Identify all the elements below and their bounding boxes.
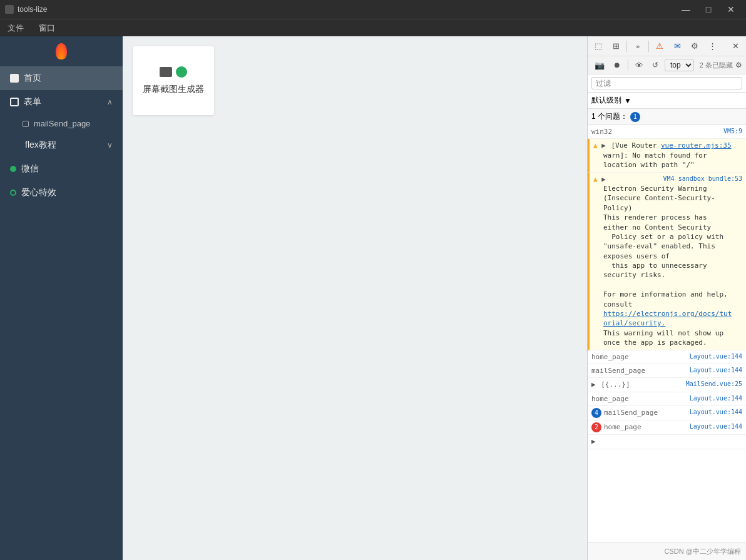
log-entry-home2: home_page Layout.vue:144 — [588, 392, 746, 406]
content-area: 屏幕截图生成器 — [123, 36, 587, 560]
expand-obj-icon[interactable]: ▶ — [591, 380, 596, 389]
settings-button[interactable]: ⚙ — [687, 39, 703, 53]
sidebar-item-mailsend[interactable]: mailSend_page — [0, 114, 123, 133]
log-text-mail2: mailSend_page — [604, 408, 658, 417]
form-icon — [10, 98, 19, 106]
wechat-icon — [10, 166, 16, 172]
log-source-obj[interactable]: MailSend.vue:25 — [686, 380, 742, 389]
record-button[interactable]: ⏺ — [610, 58, 624, 72]
mailsend-icon — [23, 121, 29, 127]
maximize-button[interactable]: □ — [698, 0, 718, 19]
device-button[interactable]: ⊞ — [608, 39, 624, 53]
close-button[interactable]: ✕ — [721, 0, 741, 19]
log-source-home1[interactable]: Layout.vue:144 — [690, 352, 742, 361]
issues-badge: 1 — [630, 112, 640, 122]
sidebar-item-love-label: 爱心特效 — [21, 187, 56, 198]
log-entry-home1: home_page Layout.vue:144 — [588, 350, 746, 364]
footer-text: CSDN @中二少年学编程 — [665, 547, 741, 555]
log-body-vue: warn]: No match found for location with … — [593, 151, 742, 170]
card-rect-icon — [160, 67, 172, 77]
flame-icon — [56, 43, 67, 59]
log-source-mail2[interactable]: Layout.vue:144 — [690, 408, 742, 417]
mail2-badge: 4 — [591, 408, 601, 418]
log-source-home2[interactable]: Layout.vue:144 — [690, 394, 742, 403]
log-text-home1: home_page — [591, 352, 629, 362]
issues-row: 1 个问题： 1 — [588, 109, 746, 125]
refresh-button[interactable]: ↺ — [648, 58, 662, 72]
dots-button[interactable]: ⋮ — [704, 39, 720, 53]
log-text-home3: home_page — [604, 422, 641, 432]
devtools-toolbar: ⬚ ⊞ » ⚠ ✉ ⚙ ⋮ ✕ — [588, 36, 746, 56]
electron-link[interactable]: https://electronjs.org/docs/tut orial/se… — [603, 310, 732, 327]
toolbar2-separator — [628, 59, 628, 71]
log-text-mail1: mailSend_page — [591, 366, 645, 375]
filter-input[interactable] — [591, 77, 742, 89]
window-controls: — □ ✕ — [676, 0, 741, 19]
card-label: 屏幕截图生成器 — [143, 83, 204, 96]
inspect-button[interactable]: ⬚ — [590, 39, 606, 53]
devtools-toolbar2: 📷 ⏺ 👁 ↺ top 2 条已隐藏 ⚙ — [588, 56, 746, 74]
app-title: tools-lize — [18, 5, 47, 14]
log-text-home2: home_page — [591, 394, 629, 404]
expand-arrow-icon[interactable]: ▶ — [591, 437, 596, 445]
title-bar-left: tools-lize — [5, 5, 47, 14]
screenshot-card[interactable]: 屏幕截图生成器 — [133, 46, 214, 115]
screenshot-button[interactable]: 📷 — [591, 58, 608, 72]
log-entry-mail1: mailSend_page Layout.vue:144 — [588, 364, 746, 378]
sidebar-item-home-label: 首页 — [24, 73, 41, 84]
log-text-vue: [Vue Router vue-router.mjs:35 — [611, 141, 732, 150]
log-source-mail1[interactable]: Layout.vue:144 — [690, 366, 742, 375]
minimize-button[interactable]: — — [676, 0, 696, 19]
sidebar-item-form-label: 表单 — [24, 96, 41, 108]
app-body: 首页 表单 ∧ mailSend_page flex教程 ∨ 微信 爱心特效 — [0, 36, 746, 560]
app-icon — [5, 5, 14, 14]
devtools-log: win32 VM5:9 ▲ ▶ [Vue Router vue-router.m… — [588, 125, 746, 542]
log-source-win32[interactable]: VM5:9 — [723, 127, 742, 136]
sidebar-item-home[interactable]: 首页 — [0, 66, 123, 90]
level-label: 默认级别 — [591, 95, 621, 106]
context-select[interactable]: top — [665, 59, 694, 71]
more-button[interactable]: » — [630, 39, 646, 53]
log-source-electron[interactable]: VM4 sandbox bundle:53 — [663, 175, 742, 183]
log-text-win32: win32 — [591, 127, 612, 136]
hidden-count: 2 条已隐藏 ⚙ — [700, 61, 742, 70]
toolbar-separator-1 — [626, 41, 627, 52]
love-icon — [10, 190, 16, 196]
eye-button[interactable]: 👁 — [632, 58, 646, 72]
sidebar-item-form[interactable]: 表单 ∧ — [0, 90, 123, 114]
log-entry-win32: win32 VM5:9 — [588, 125, 746, 139]
card-circle-icon — [176, 66, 187, 78]
expand-electron-icon[interactable]: ▶ — [601, 175, 606, 183]
menu-bar: 文件 窗口 — [0, 19, 746, 36]
level-row: 默认级别 ▼ — [588, 93, 746, 109]
home3-badge: 2 — [591, 422, 601, 432]
log-entry-electron: ▲ ▶ VM4 sandbox bundle:53 Electron Secur… — [588, 173, 746, 350]
toolbar-separator-2 — [648, 41, 649, 52]
menu-window[interactable]: 窗口 — [36, 21, 58, 35]
warning-button[interactable]: ⚠ — [651, 39, 668, 53]
sidebar-item-love[interactable]: 爱心特效 — [0, 181, 123, 205]
form-chevron-icon: ∧ — [107, 98, 113, 106]
hidden-gear-icon[interactable]: ⚙ — [735, 61, 742, 69]
menu-file[interactable]: 文件 — [5, 21, 26, 35]
sidebar-item-flex-label: flex教程 — [25, 140, 56, 151]
log-body-electron: Electron Security Warning (Insecure Cont… — [593, 184, 742, 348]
level-arrow-icon: ▼ — [624, 96, 631, 105]
devtools-panel: ⬚ ⊞ » ⚠ ✉ ⚙ ⋮ ✕ 📷 ⏺ 👁 ↺ top 2 条已隐藏 ⚙ — [587, 36, 746, 560]
vue-router-link[interactable]: vue-router.mjs:35 — [661, 141, 732, 150]
sidebar-item-mailsend-label: mailSend_page — [34, 119, 90, 128]
sidebar-item-wechat[interactable]: 微信 — [0, 157, 123, 181]
devtools-close-button[interactable]: ✕ — [727, 39, 743, 53]
message-button[interactable]: ✉ — [669, 39, 685, 53]
sidebar-item-flex[interactable]: flex教程 ∨ — [0, 133, 123, 157]
expand-vue-icon[interactable]: ▶ — [601, 141, 606, 150]
warn-icon-vue: ▲ — [593, 141, 598, 150]
sidebar: 首页 表单 ∧ mailSend_page flex教程 ∨ 微信 爱心特效 — [0, 36, 123, 560]
home-icon — [10, 74, 19, 83]
log-entry-obj: ▶ [{...}] MailSend.vue:25 — [588, 378, 746, 392]
sidebar-logo — [0, 36, 123, 66]
log-text-obj: [{...}] — [601, 380, 630, 389]
log-entry-expand: ▶ — [588, 435, 746, 449]
title-bar: tools-lize — □ ✕ — [0, 0, 746, 19]
log-source-home3[interactable]: Layout.vue:144 — [690, 422, 742, 431]
